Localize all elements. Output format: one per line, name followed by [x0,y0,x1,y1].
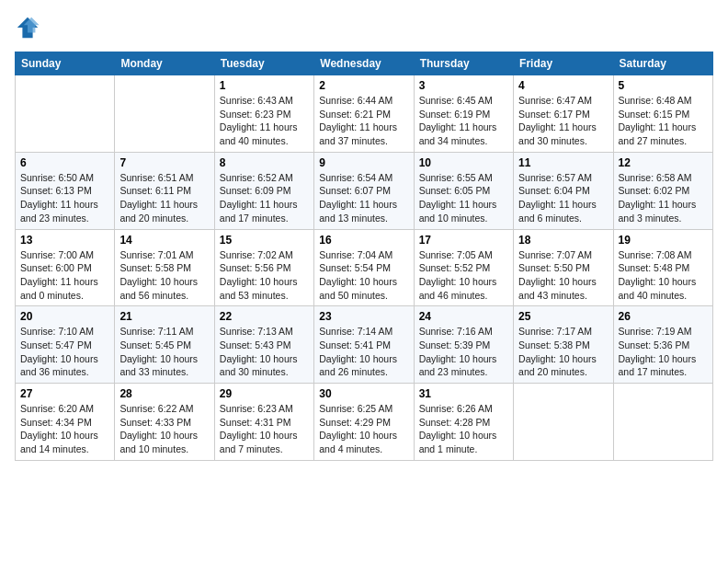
day-number: 3 [419,79,508,92]
cell-content: Sunrise: 6:48 AMSunset: 6:15 PMDaylight:… [619,94,708,148]
calendar-cell: 3Sunrise: 6:45 AMSunset: 6:19 PMDaylight… [414,75,513,153]
calendar-cell [514,384,613,461]
day-header: Monday [115,52,214,75]
day-number: 8 [220,156,309,169]
cell-content: Sunrise: 6:20 AMSunset: 4:34 PMDaylight:… [20,402,109,456]
day-number: 11 [518,156,608,169]
header-row: SundayMondayTuesdayWednesdayThursdayFrid… [16,52,713,75]
day-number: 16 [319,234,408,247]
calendar-week-row: 27Sunrise: 6:20 AMSunset: 4:34 PMDayligh… [16,384,713,461]
cell-content: Sunrise: 7:11 AMSunset: 5:45 PMDaylight:… [119,325,209,379]
calendar-cell: 10Sunrise: 6:55 AMSunset: 6:05 PMDayligh… [414,152,513,229]
calendar-cell: 6Sunrise: 6:50 AMSunset: 6:13 PMDaylight… [16,152,115,229]
calendar-cell: 15Sunrise: 7:02 AMSunset: 5:56 PMDayligh… [214,229,313,306]
cell-content: Sunrise: 6:55 AMSunset: 6:05 PMDaylight:… [419,171,508,225]
calendar-cell: 22Sunrise: 7:13 AMSunset: 5:43 PMDayligh… [214,306,313,384]
day-number: 13 [20,234,109,247]
calendar-cell: 18Sunrise: 7:07 AMSunset: 5:50 PMDayligh… [514,229,613,306]
cell-content: Sunrise: 7:07 AMSunset: 5:50 PMDaylight:… [518,248,608,303]
calendar-cell: 16Sunrise: 7:04 AMSunset: 5:54 PMDayligh… [314,229,414,306]
day-number: 17 [419,234,508,247]
day-number: 30 [319,387,408,400]
calendar-cell: 7Sunrise: 6:51 AMSunset: 6:11 PMDaylight… [115,152,214,229]
day-number: 24 [419,310,508,323]
cell-content: Sunrise: 6:23 AMSunset: 4:31 PMDaylight:… [220,402,309,456]
day-header: Saturday [613,52,712,75]
calendar-cell: 8Sunrise: 6:52 AMSunset: 6:09 PMDaylight… [214,152,313,229]
day-header: Friday [514,52,613,75]
calendar-cell: 28Sunrise: 6:22 AMSunset: 4:33 PMDayligh… [115,384,214,461]
calendar-week-row: 6Sunrise: 6:50 AMSunset: 6:13 PMDaylight… [16,152,713,229]
day-number: 15 [220,234,309,247]
cell-content: Sunrise: 6:51 AMSunset: 6:11 PMDaylight:… [119,171,209,225]
day-number: 12 [619,156,708,169]
day-number: 22 [220,310,309,323]
day-header: Wednesday [314,52,414,75]
cell-content: Sunrise: 6:47 AMSunset: 6:17 PMDaylight:… [518,94,608,148]
day-header: Tuesday [214,52,313,75]
day-number: 26 [619,310,708,323]
calendar-cell: 26Sunrise: 7:19 AMSunset: 5:36 PMDayligh… [613,306,712,384]
calendar-cell: 5Sunrise: 6:48 AMSunset: 6:15 PMDaylight… [613,75,712,153]
day-number: 29 [220,387,309,400]
calendar-cell: 21Sunrise: 7:11 AMSunset: 5:45 PMDayligh… [115,306,214,384]
calendar-cell: 11Sunrise: 6:57 AMSunset: 6:04 PMDayligh… [514,152,613,229]
cell-content: Sunrise: 7:16 AMSunset: 5:39 PMDaylight:… [419,325,508,379]
calendar-week-row: 1Sunrise: 6:43 AMSunset: 6:23 PMDaylight… [16,75,713,153]
day-number: 28 [119,387,209,400]
cell-content: Sunrise: 6:58 AMSunset: 6:02 PMDaylight:… [619,171,708,225]
cell-content: Sunrise: 6:45 AMSunset: 6:19 PMDaylight:… [419,94,508,148]
cell-content: Sunrise: 6:22 AMSunset: 4:33 PMDaylight:… [119,402,209,456]
cell-content: Sunrise: 6:57 AMSunset: 6:04 PMDaylight:… [518,171,608,225]
day-number: 18 [518,234,608,247]
calendar-week-row: 20Sunrise: 7:10 AMSunset: 5:47 PMDayligh… [16,306,713,384]
calendar-cell: 13Sunrise: 7:00 AMSunset: 6:00 PMDayligh… [16,229,115,306]
cell-content: Sunrise: 7:13 AMSunset: 5:43 PMDaylight:… [220,325,309,379]
cell-content: Sunrise: 6:26 AMSunset: 4:28 PMDaylight:… [419,402,508,456]
day-number: 5 [619,79,708,92]
cell-content: Sunrise: 6:52 AMSunset: 6:09 PMDaylight:… [220,171,309,225]
calendar-week-row: 13Sunrise: 7:00 AMSunset: 6:00 PMDayligh… [16,229,713,306]
day-number: 10 [419,156,508,169]
page-header [15,15,713,40]
calendar-cell: 31Sunrise: 6:26 AMSunset: 4:28 PMDayligh… [414,384,513,461]
day-number: 2 [319,79,408,92]
cell-content: Sunrise: 6:44 AMSunset: 6:21 PMDaylight:… [319,94,408,148]
calendar-cell: 24Sunrise: 7:16 AMSunset: 5:39 PMDayligh… [414,306,513,384]
calendar-cell: 27Sunrise: 6:20 AMSunset: 4:34 PMDayligh… [16,384,115,461]
cell-content: Sunrise: 6:25 AMSunset: 4:29 PMDaylight:… [319,402,408,456]
cell-content: Sunrise: 6:43 AMSunset: 6:23 PMDaylight:… [220,94,309,148]
cell-content: Sunrise: 6:50 AMSunset: 6:13 PMDaylight:… [20,171,109,225]
calendar-cell: 2Sunrise: 6:44 AMSunset: 6:21 PMDaylight… [314,75,414,153]
cell-content: Sunrise: 7:00 AMSunset: 6:00 PMDaylight:… [20,248,109,303]
logo-icon [15,15,40,40]
cell-content: Sunrise: 7:01 AMSunset: 5:58 PMDaylight:… [119,248,209,303]
calendar-table: SundayMondayTuesdayWednesdayThursdayFrid… [15,52,713,461]
calendar-cell: 29Sunrise: 6:23 AMSunset: 4:31 PMDayligh… [214,384,313,461]
calendar-cell: 17Sunrise: 7:05 AMSunset: 5:52 PMDayligh… [414,229,513,306]
day-number: 9 [319,156,408,169]
cell-content: Sunrise: 7:10 AMSunset: 5:47 PMDaylight:… [20,325,109,379]
day-number: 23 [319,310,408,323]
cell-content: Sunrise: 7:05 AMSunset: 5:52 PMDaylight:… [419,248,508,303]
calendar-cell: 4Sunrise: 6:47 AMSunset: 6:17 PMDaylight… [514,75,613,153]
day-number: 1 [220,79,309,92]
day-number: 31 [419,387,508,400]
logo [15,15,42,40]
calendar-cell: 12Sunrise: 6:58 AMSunset: 6:02 PMDayligh… [613,152,712,229]
cell-content: Sunrise: 7:04 AMSunset: 5:54 PMDaylight:… [319,248,408,303]
day-number: 27 [20,387,109,400]
calendar-cell [115,75,214,153]
day-number: 6 [20,156,109,169]
day-number: 7 [119,156,209,169]
calendar-cell: 20Sunrise: 7:10 AMSunset: 5:47 PMDayligh… [16,306,115,384]
day-header: Sunday [16,52,115,75]
cell-content: Sunrise: 7:19 AMSunset: 5:36 PMDaylight:… [619,325,708,379]
calendar-cell: 19Sunrise: 7:08 AMSunset: 5:48 PMDayligh… [613,229,712,306]
cell-content: Sunrise: 7:08 AMSunset: 5:48 PMDaylight:… [619,248,708,303]
calendar-cell: 1Sunrise: 6:43 AMSunset: 6:23 PMDaylight… [214,75,313,153]
cell-content: Sunrise: 6:54 AMSunset: 6:07 PMDaylight:… [319,171,408,225]
day-number: 25 [518,310,608,323]
day-number: 21 [119,310,209,323]
day-number: 14 [119,234,209,247]
